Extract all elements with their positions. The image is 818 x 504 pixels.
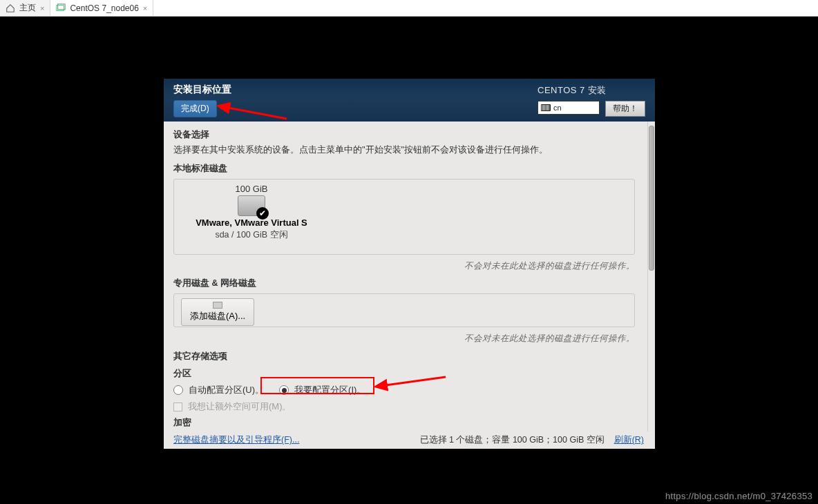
- disk-note: 不会对未在此处选择的磁盘进行任何操作。: [173, 260, 635, 272]
- add-disk-button[interactable]: 添加磁盘(A)...: [181, 298, 254, 326]
- installer-window: 安装目标位置 完成(D) CENTOS 7 安装 cn 帮助！ 设备选择 选择要…: [164, 79, 655, 449]
- outer-tab-bar: 主页 × CentOS 7_node06 ×: [0, 0, 818, 17]
- refresh-link[interactable]: 刷新(R): [614, 435, 644, 445]
- disk-size: 100 GiB: [236, 184, 268, 194]
- close-icon[interactable]: ×: [40, 4, 44, 12]
- radio-auto-partition[interactable]: [173, 385, 183, 395]
- disk-subline: sda / 100 GiB 空闲: [215, 229, 287, 241]
- encryption-heading: 加密: [173, 417, 635, 429]
- disk-summary-link[interactable]: 完整磁盘摘要以及引导程序(F)...: [173, 434, 299, 446]
- keyboard-layout-indicator[interactable]: cn: [538, 101, 600, 115]
- disk-name: VMware, VMware Virtual S: [196, 217, 307, 228]
- disk-mini-icon: [213, 302, 222, 309]
- hard-drive-icon: ✔: [238, 195, 265, 216]
- manual-partition-label: 我要配置分区(I)。: [294, 384, 365, 396]
- other-storage-heading: 其它存储选项: [173, 350, 635, 362]
- disk-note-2: 不会对未在此处选择的磁盘进行任何操作。: [173, 333, 635, 345]
- done-button[interactable]: 完成(D): [173, 100, 217, 117]
- local-disks-panel: 100 GiB ✔ VMware, VMware Virtual S sda /…: [173, 179, 635, 255]
- home-icon: [6, 3, 15, 13]
- vertical-scrollbar[interactable]: [647, 122, 655, 432]
- tab-vm[interactable]: CentOS 7_node06 ×: [50, 0, 153, 16]
- page-title: 安装目标位置: [173, 84, 231, 96]
- radio-manual-partition[interactable]: [279, 385, 289, 395]
- scrollbar-thumb[interactable]: [649, 126, 654, 271]
- disk-item[interactable]: 100 GiB ✔ VMware, VMware Virtual S sda /…: [182, 184, 321, 241]
- close-icon[interactable]: ×: [143, 4, 147, 12]
- watermark-text: https://blog.csdn.net/m0_37426353: [665, 491, 812, 501]
- tab-label: 主页: [19, 2, 36, 14]
- vm-icon: [56, 3, 66, 13]
- footer-bar: 完整磁盘摘要以及引导程序(F)... 已选择 1 个磁盘；容量 100 GiB；…: [164, 432, 655, 449]
- content-scroll: 设备选择 选择要在其中安装系统的设备。点击主菜单中的"开始安装"按钮前不会对该设…: [164, 122, 647, 432]
- device-selection-description: 选择要在其中安装系统的设备。点击主菜单中的"开始安装"按钮前不会对该设备进行任何…: [173, 144, 635, 156]
- extra-space-label: 我想让额外空间可用(M)。: [188, 400, 292, 413]
- add-disk-label: 添加磁盘(A)...: [190, 310, 245, 322]
- local-disks-heading: 本地标准磁盘: [173, 163, 635, 175]
- checkbox-extra-space: [173, 403, 182, 411]
- auto-partition-label: 自动配置分区(U)。: [189, 384, 264, 396]
- special-disks-panel: 添加磁盘(A)...: [173, 293, 635, 327]
- check-icon: ✔: [256, 207, 269, 220]
- special-disks-heading: 专用磁盘 & 网络磁盘: [173, 278, 635, 289]
- tab-home[interactable]: 主页 ×: [0, 0, 50, 16]
- selection-status: 已选择 1 个磁盘；容量 100 GiB；100 GiB 空闲: [420, 435, 605, 445]
- partition-heading: 分区: [173, 368, 635, 380]
- help-button[interactable]: 帮助！: [605, 101, 645, 117]
- lang-code: cn: [553, 104, 562, 112]
- keyboard-icon: [541, 104, 551, 111]
- installer-topbar: 安装目标位置 完成(D) CENTOS 7 安装 cn 帮助！: [164, 79, 655, 122]
- installer-name: CENTOS 7 安装: [538, 84, 607, 97]
- tab-label: CentOS 7_node06: [70, 3, 138, 13]
- device-selection-heading: 设备选择: [173, 128, 635, 141]
